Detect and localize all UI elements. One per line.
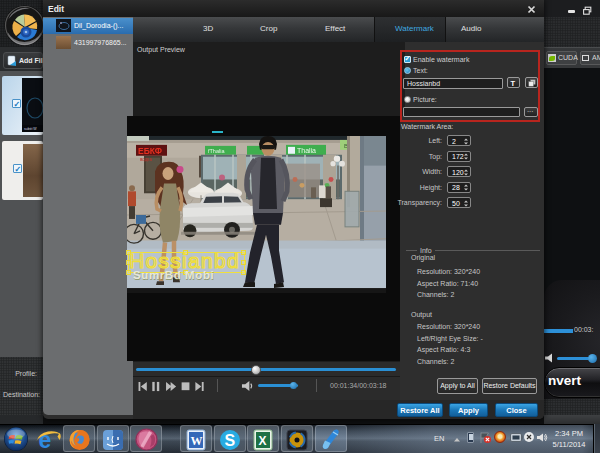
svg-text:subtit W: subtit W	[24, 127, 37, 131]
svg-text:ЕБКФ: ЕБКФ	[138, 146, 162, 156]
svg-text:водка: водка	[140, 157, 152, 162]
svg-text:e: e	[39, 427, 52, 453]
svg-text:S: S	[225, 432, 236, 449]
svg-text:fThalia: fThalia	[208, 148, 225, 154]
svg-text:W: W	[191, 434, 203, 448]
svg-text:X: X	[259, 434, 267, 448]
svg-text:Thalia: Thalia	[297, 147, 316, 154]
